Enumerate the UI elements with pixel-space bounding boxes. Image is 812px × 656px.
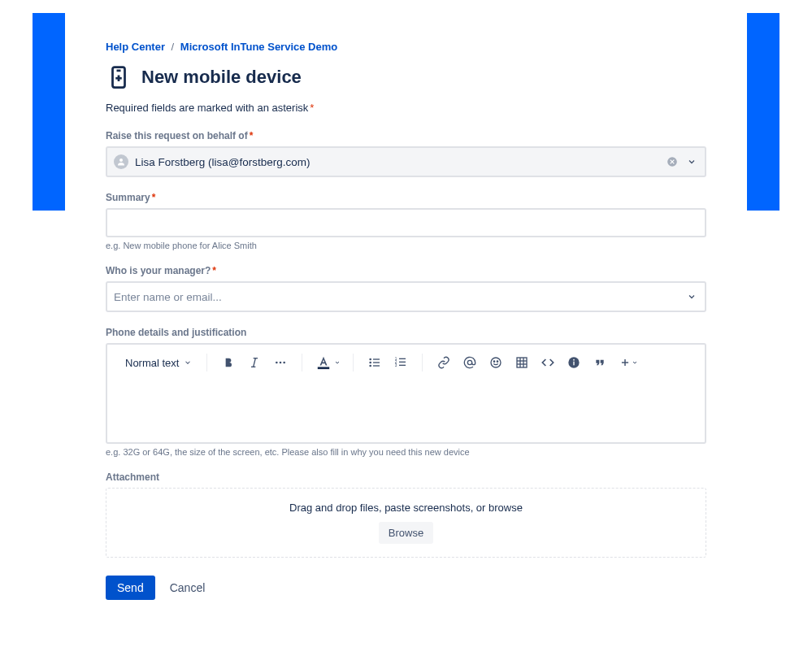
breadcrumb: Help Center / Microsoft InTune Service D… xyxy=(106,41,706,53)
svg-point-13 xyxy=(370,358,372,361)
svg-point-28 xyxy=(497,361,498,362)
browse-button[interactable]: Browse xyxy=(379,522,433,544)
cancel-button[interactable]: Cancel xyxy=(165,576,211,600)
svg-point-10 xyxy=(280,362,282,364)
svg-rect-35 xyxy=(574,362,575,366)
rte-heading-select[interactable]: Normal text xyxy=(120,354,197,372)
svg-rect-12 xyxy=(318,367,329,369)
insert-more-button[interactable] xyxy=(614,351,642,374)
send-button[interactable]: Send xyxy=(106,576,155,600)
chevron-down-icon[interactable] xyxy=(685,155,698,168)
numbered-list-button[interactable]: 123 xyxy=(389,351,412,374)
requester-value: Lisa Forstberg (lisa@forstberg.com) xyxy=(135,156,659,168)
svg-point-17 xyxy=(370,365,372,367)
svg-rect-14 xyxy=(373,358,380,359)
details-hint: e.g. 32G or 64G, the size of the screen,… xyxy=(106,447,706,457)
italic-button[interactable] xyxy=(243,351,266,374)
request-form-card: Help Center / Microsoft InTune Service D… xyxy=(65,13,747,632)
svg-text:3: 3 xyxy=(395,363,397,367)
svg-line-8 xyxy=(254,358,256,367)
mention-button[interactable] xyxy=(458,351,481,374)
svg-point-36 xyxy=(574,359,575,361)
summary-hint: e.g. New mobile phone for Alice Smith xyxy=(106,241,706,250)
more-formatting-button[interactable] xyxy=(269,351,292,374)
text-color-button[interactable] xyxy=(312,351,343,374)
bullet-list-button[interactable] xyxy=(363,351,386,374)
summary-input[interactable] xyxy=(106,208,706,237)
svg-point-25 xyxy=(468,360,472,364)
svg-rect-18 xyxy=(373,365,380,366)
mobile-device-icon xyxy=(106,64,132,90)
details-editor: Normal text 123 xyxy=(106,343,706,444)
manager-select[interactable]: Enter name or email... xyxy=(106,281,706,312)
details-label: Phone details and justification xyxy=(106,327,706,338)
svg-rect-22 xyxy=(399,362,406,363)
breadcrumb-separator: / xyxy=(172,41,175,53)
required-fields-note: Required fields are marked with an aster… xyxy=(106,102,706,114)
clear-icon[interactable] xyxy=(666,155,679,168)
svg-point-9 xyxy=(276,362,278,364)
requester-label: Raise this request on behalf of* xyxy=(106,130,706,141)
manager-placeholder: Enter name or email... xyxy=(114,291,679,303)
details-textarea[interactable] xyxy=(107,380,705,442)
attachment-dropzone[interactable]: Drag and drop files, paste screenshots, … xyxy=(106,488,706,558)
attachment-label: Attachment xyxy=(106,471,706,483)
summary-label: Summary* xyxy=(106,192,706,203)
svg-rect-24 xyxy=(399,365,406,366)
avatar-icon xyxy=(114,154,128,169)
svg-rect-20 xyxy=(399,358,406,359)
svg-rect-16 xyxy=(373,362,380,363)
breadcrumb-help-center[interactable]: Help Center xyxy=(106,41,165,53)
manager-label: Who is your manager?* xyxy=(106,265,706,276)
rte-toolbar: Normal text 123 xyxy=(107,345,705,380)
svg-point-26 xyxy=(491,358,501,367)
dropzone-text: Drag and drop files, paste screenshots, … xyxy=(119,502,693,514)
bold-button[interactable] xyxy=(217,351,240,374)
chevron-down-icon[interactable] xyxy=(685,290,698,303)
quote-button[interactable] xyxy=(588,351,611,374)
requester-select[interactable]: Lisa Forstberg (lisa@forstberg.com) xyxy=(106,146,706,177)
table-button[interactable] xyxy=(510,351,533,374)
svg-point-4 xyxy=(119,159,123,162)
breadcrumb-service[interactable]: Microsoft InTune Service Demo xyxy=(180,41,337,53)
svg-point-15 xyxy=(370,362,372,364)
code-button[interactable] xyxy=(536,351,559,374)
page-title: New mobile device xyxy=(141,67,302,88)
link-button[interactable] xyxy=(432,351,455,374)
svg-point-11 xyxy=(284,362,286,364)
emoji-button[interactable] xyxy=(484,351,507,374)
svg-point-27 xyxy=(494,361,495,362)
info-panel-button[interactable] xyxy=(562,351,585,374)
svg-rect-29 xyxy=(517,358,527,367)
